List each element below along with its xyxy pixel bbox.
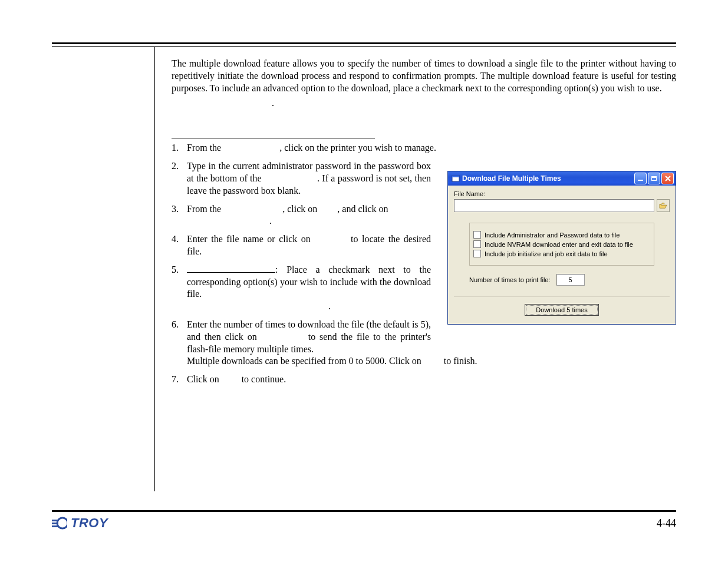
- dialog-title: Download File Multiple Times: [462, 174, 634, 183]
- checkbox-icon[interactable]: [473, 240, 481, 248]
- option-admin-password[interactable]: Include Administrator and Password data …: [473, 231, 649, 239]
- page-footer: TROY 4-44: [52, 510, 676, 544]
- top-rule-thick: [52, 42, 676, 44]
- brand-mark-icon: [52, 516, 67, 530]
- option-job-init[interactable]: Include job initialize and job exit data…: [473, 250, 649, 257]
- file-name-input[interactable]: [454, 199, 654, 212]
- step-7: 7. Click on to continue.: [172, 373, 431, 386]
- option-nvram[interactable]: Include NVRAM download enter and exit da…: [473, 240, 649, 248]
- dialog-titlebar[interactable]: Download File Multiple Times: [448, 171, 676, 186]
- checkbox-icon[interactable]: [473, 250, 481, 257]
- close-button[interactable]: [661, 173, 674, 184]
- folder-open-icon: [659, 203, 667, 209]
- svg-rect-1: [452, 176, 459, 177]
- svg-rect-5: [52, 525, 58, 527]
- num-times-label: Number of times to print file:: [469, 276, 551, 283]
- svg-rect-4: [52, 523, 58, 524]
- svg-point-2: [57, 518, 67, 528]
- num-times-input[interactable]: [556, 274, 585, 286]
- checkbox-icon[interactable]: [473, 231, 481, 239]
- brand-logo: TROY: [52, 515, 108, 531]
- step-6: 6. Enter the number of times to download…: [172, 319, 531, 368]
- step-2: 2. Type in the current administrator pas…: [172, 160, 431, 197]
- left-column: [52, 47, 155, 491]
- minimize-button[interactable]: [634, 173, 647, 184]
- step-1: 1. From the , click on the printer you w…: [172, 142, 478, 154]
- browse-button[interactable]: [657, 199, 670, 212]
- step-4: 4. Enter the file name or click on to lo…: [172, 233, 431, 258]
- intro-period: .: [172, 98, 676, 108]
- app-icon: [452, 174, 460, 183]
- page-number: 4-44: [657, 517, 676, 530]
- step-5: 5. : Place a checkmark next to the corre…: [172, 264, 431, 313]
- dialog-download-multiple: Download File Multiple Times File Name:: [447, 171, 676, 325]
- intro-paragraph: The multiple download feature allows you…: [172, 58, 676, 94]
- file-name-label: File Name:: [454, 190, 670, 197]
- top-rule-thin: [52, 46, 676, 47]
- section-rule: [172, 138, 375, 138]
- maximize-button[interactable]: [648, 173, 660, 184]
- step-3: 3. From the , click on , and click on .: [172, 203, 431, 228]
- download-button[interactable]: Download 5 times: [525, 304, 598, 316]
- svg-rect-3: [52, 520, 58, 521]
- options-group: Include Administrator and Password data …: [469, 223, 654, 266]
